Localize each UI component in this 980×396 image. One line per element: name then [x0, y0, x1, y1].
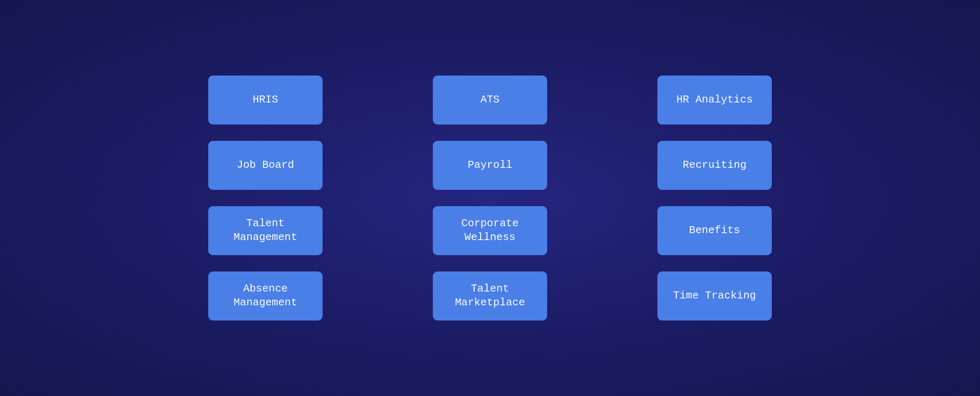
tile-talent-marketplace[interactable]: Talent Marketplace	[433, 271, 547, 320]
tile-corporate-wellness[interactable]: Corporate Wellness	[433, 206, 547, 255]
tile-label-talent-marketplace: Talent Marketplace	[441, 282, 539, 310]
tile-benefits[interactable]: Benefits	[657, 206, 772, 255]
tile-recruiting[interactable]: Recruiting	[657, 141, 772, 190]
tile-label-corporate-wellness: Corporate Wellness	[441, 217, 539, 245]
tile-label-time-tracking: Time Tracking	[673, 289, 756, 303]
tile-label-talent-management: Talent Management	[216, 217, 314, 245]
tile-label-hris: HRIS	[253, 93, 278, 107]
tile-job-board[interactable]: Job Board	[208, 141, 323, 190]
tile-label-recruiting: Recruiting	[683, 158, 746, 172]
tile-label-benefits: Benefits	[689, 224, 740, 238]
tile-label-hr-analytics: HR Analytics	[676, 93, 753, 107]
tile-hris[interactable]: HRIS	[208, 76, 323, 125]
module-grid: HRISATSHR AnalyticsJob BoardPayrollRecru…	[208, 76, 772, 320]
tile-label-payroll: Payroll	[468, 158, 512, 172]
tile-talent-management[interactable]: Talent Management	[208, 206, 323, 255]
tile-ats[interactable]: ATS	[433, 76, 547, 125]
tile-hr-analytics[interactable]: HR Analytics	[657, 76, 772, 125]
tile-payroll[interactable]: Payroll	[433, 141, 547, 190]
tile-time-tracking[interactable]: Time Tracking	[657, 271, 772, 320]
tile-absence-management[interactable]: Absence Management	[208, 271, 323, 320]
tile-label-ats: ATS	[481, 93, 500, 107]
tile-label-job-board: Job Board	[237, 158, 294, 172]
tile-label-absence-management: Absence Management	[216, 282, 314, 310]
